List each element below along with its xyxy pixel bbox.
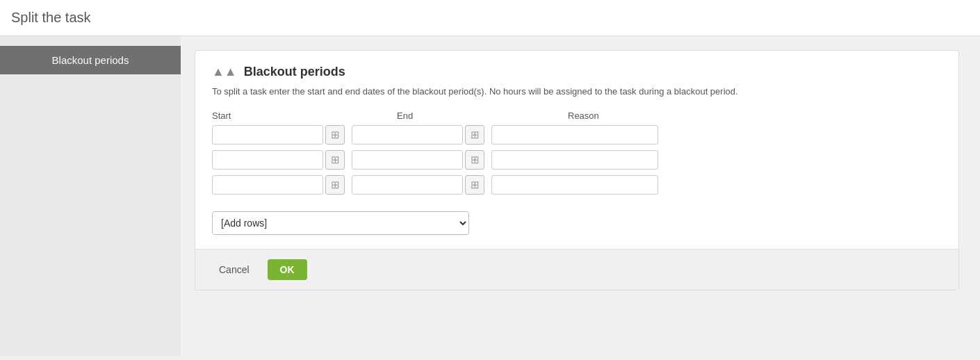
- page-title: Split the task: [0, 0, 980, 36]
- main-layout: Blackout periods ▲▲ Blackout periods To …: [0, 36, 980, 356]
- end-input-group-3: [352, 175, 484, 195]
- start-input-group-2: [212, 150, 345, 170]
- collapse-icon[interactable]: ▲▲: [212, 65, 237, 79]
- table-row: [212, 175, 942, 195]
- content-area: ▲▲ Blackout periods To split a task ente…: [181, 36, 980, 356]
- end-input-group-1: [352, 125, 484, 145]
- calendar-icon: [471, 154, 480, 166]
- calendar-icon: [331, 129, 340, 141]
- form-rows: [212, 125, 942, 195]
- column-headers: Start End Reason: [212, 111, 942, 121]
- panel-description: To split a task enter the start and end …: [212, 86, 942, 97]
- col-header-reason: Reason: [568, 111, 735, 121]
- start-input-group-1: [212, 125, 345, 145]
- calendar-icon: [331, 179, 340, 191]
- start-cal-btn-2[interactable]: [325, 150, 345, 170]
- col-header-end: End: [397, 111, 536, 121]
- calendar-icon: [471, 129, 480, 141]
- sidebar: Blackout periods: [0, 36, 181, 356]
- table-row: [212, 125, 942, 145]
- reason-input-1[interactable]: [491, 125, 658, 145]
- add-rows-select[interactable]: [Add rows] 1 row 2 rows 5 rows 10 rows: [212, 211, 469, 235]
- col-header-start: Start: [212, 111, 351, 121]
- sidebar-item-blackout-periods[interactable]: Blackout periods: [0, 46, 181, 74]
- add-rows-container: [Add rows] 1 row 2 rows 5 rows 10 rows: [212, 211, 942, 249]
- panel: ▲▲ Blackout periods To split a task ente…: [195, 50, 959, 291]
- end-cal-btn-2[interactable]: [465, 150, 484, 170]
- calendar-icon: [471, 179, 480, 191]
- start-input-2[interactable]: [212, 150, 323, 170]
- start-input-1[interactable]: [212, 125, 323, 145]
- start-input-group-3: [212, 175, 345, 195]
- panel-header: ▲▲ Blackout periods: [212, 65, 942, 79]
- panel-title: Blackout periods: [244, 65, 345, 79]
- calendar-icon: [331, 154, 340, 166]
- start-input-3[interactable]: [212, 175, 323, 195]
- end-cal-btn-1[interactable]: [465, 125, 484, 145]
- end-input-2[interactable]: [352, 150, 463, 170]
- ok-button[interactable]: OK: [268, 259, 307, 280]
- reason-input-2[interactable]: [491, 150, 658, 170]
- cancel-button[interactable]: Cancel: [212, 260, 256, 279]
- end-input-group-2: [352, 150, 484, 170]
- end-input-1[interactable]: [352, 125, 463, 145]
- start-cal-btn-1[interactable]: [325, 125, 345, 145]
- table-row: [212, 150, 942, 170]
- start-cal-btn-3[interactable]: [325, 175, 345, 195]
- end-input-3[interactable]: [352, 175, 463, 195]
- panel-footer: Cancel OK: [195, 249, 958, 290]
- reason-input-3[interactable]: [491, 175, 658, 195]
- end-cal-btn-3[interactable]: [465, 175, 484, 195]
